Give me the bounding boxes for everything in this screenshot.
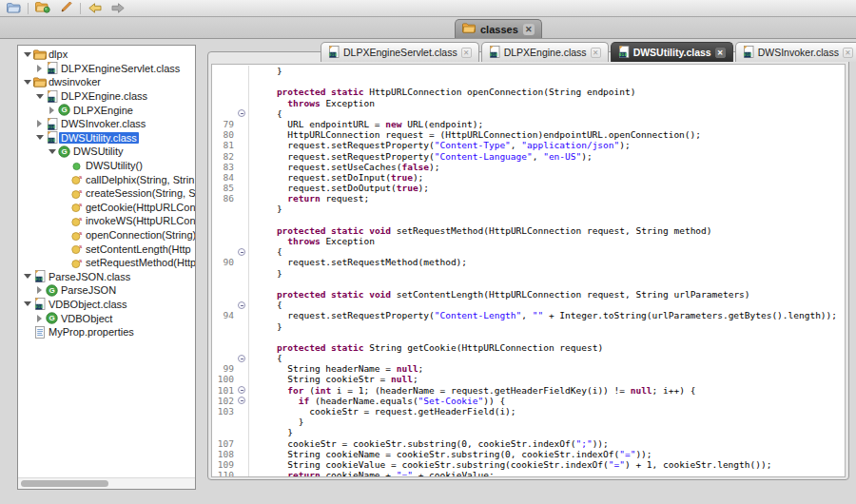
code-text: if (headerName.equals("Set-Cookie")) { [255,396,505,406]
tree-item-label: DWSUtility() [84,160,145,171]
tree-item-dwsutility[interactable]: GDWSUtility [18,145,195,159]
open-file-button[interactable] [5,1,22,15]
fold-column [237,342,249,353]
view-tab-label: classes [480,24,518,35]
svg-text:s: s [79,174,83,180]
fold-column [237,459,249,470]
fold-column [237,438,249,449]
tree-item-dlpxengine[interactable]: GDLPXEngine [18,103,195,117]
paste-source-icon [59,0,72,17]
tree-item-dwsinvoker-class[interactable]: 010DWSInvoker.class [18,117,195,131]
code-line: } [212,417,845,427]
fold-collapse-icon[interactable] [238,109,245,117]
expander-open-icon[interactable] [22,80,32,85]
tree-scrollbar-thumb[interactable] [21,480,108,487]
editor-tab-dwsutility-class[interactable]: 010DWSUtility.class✕ [611,42,733,62]
fold-column [237,321,249,332]
expander-closed-icon[interactable] [34,315,45,322]
code-line: protected static String getCookie(HttpUR… [212,342,845,353]
open-archive-button[interactable] [34,1,51,15]
class-file-icon: 010 [618,46,630,60]
expander-closed-icon[interactable] [34,65,45,72]
fold-column [237,215,249,225]
fold-column [237,427,249,437]
line-number [212,236,237,246]
fold-column [237,396,249,406]
tab-close-icon[interactable]: ✕ [591,48,601,58]
tree-item-createsession-string-st[interactable]: screateSession(String, St [18,186,195,201]
expander-open-icon[interactable] [47,149,57,154]
tree-item-label: ParseJSON [59,284,118,296]
tab-close-icon[interactable]: ✕ [461,48,472,58]
code-line: throws Exception [212,98,845,108]
tree-item-getcookie-httpurlcon[interactable]: sgetCookie(HttpURLCon [18,201,195,215]
tree-panel: dlpx010DLPXEngineServlet.classdwsinvoker… [17,45,196,490]
fold-column [237,417,249,427]
fold-collapse-icon[interactable] [238,397,245,404]
fold-column [237,225,249,236]
folder-icon [32,77,47,87]
tree-item-dlpxengine-class[interactable]: 010DLPXEngine.class [18,89,195,104]
tree-item-invokews-httpurlconn[interactable]: sinvokeWS(HttpURLConn [18,214,195,228]
expander-open-icon[interactable] [22,52,32,57]
code-line: protected static HttpURLConnection openC… [212,87,845,97]
line-number: 101 [212,385,237,396]
fold-collapse-icon[interactable] [238,386,245,394]
tree-item-dwsinvoker[interactable]: dwsinvoker [18,75,195,89]
tree-item-parsejson-class[interactable]: 010ParseJSON.class [18,270,195,284]
expander-open-icon[interactable] [34,94,45,99]
tree-item-myprop-properties[interactable]: MyProp.properties [18,325,195,339]
tab-close-icon[interactable]: ✕ [715,48,726,58]
paste-source-button[interactable] [57,1,74,15]
editor-tab-dwsinvoker-class[interactable]: 010DWSInvoker.class✕ [735,42,856,62]
tree-rows: dlpx010DLPXEngineServlet.classdwsinvoker… [18,48,195,477]
tab-close-icon[interactable]: ✕ [843,48,853,58]
tree-horizontal-scrollbar[interactable] [18,477,195,489]
tree-item-calldelphix-string-strin[interactable]: scallDelphix(String, Strin [18,172,195,186]
code-line: 107 cookieStr = cookieStr.substring(0, c… [212,438,845,449]
tree-item-setrequestmethod-http[interactable]: ssetRequestMethod(Http [18,256,195,270]
line-number: 94 [212,310,237,320]
back-button[interactable] [87,1,104,15]
expander-open-icon[interactable] [22,301,32,306]
fold-collapse-icon[interactable] [238,248,245,256]
svg-text:010: 010 [744,52,752,57]
tree-item-vdbobject-class[interactable]: 010VDBObject.class [18,298,195,312]
code-line: 103 cookieStr = request.getHeaderField(i… [212,406,845,417]
svg-text:G: G [61,147,67,156]
code-text: } [255,204,282,214]
tree-item-openconnection-string[interactable]: sopenConnection(String) [18,228,195,242]
tree-item-dwsutility-class[interactable]: 010DWSUtility.class [18,131,195,145]
tree-item-parsejson[interactable]: GParseJSON [18,283,195,298]
expander-closed-icon[interactable] [34,120,45,127]
tree-item-vdbobject[interactable]: GVDBObject [18,311,195,325]
fold-collapse-icon[interactable] [238,301,245,309]
fold-column [237,193,249,204]
editor-tab-dlpxengineservlet-class[interactable]: 010DLPXEngineServlet.class✕ [321,42,479,62]
tree-item-dlpxengineservlet-class[interactable]: 010DLPXEngineServlet.class [18,62,195,76]
fold-column [237,162,249,172]
line-number [212,225,237,236]
code-editor[interactable]: } protected static HttpURLConnection ope… [211,64,846,477]
expander-open-icon[interactable] [22,274,32,279]
editor-tab-dlpxengine-class[interactable]: 010DLPXEngine.class✕ [481,42,609,62]
fold-collapse-icon[interactable] [238,355,245,362]
expander-closed-icon[interactable] [34,286,45,294]
fold-column [237,279,249,289]
svg-text:010: 010 [34,305,43,310]
svg-text:010: 010 [47,139,55,144]
line-number [212,279,237,289]
svg-text:s: s [79,188,83,194]
tree-item-setcontentlength-http[interactable]: ssetContentLength(Http [18,242,195,256]
code-text: for (int i = 1; (headerName = request.ge… [255,385,695,396]
fold-column [237,204,249,214]
view-tab-close-icon[interactable]: ✕ [523,24,535,35]
tree-item-dwsutility[interactable]: DWSUtility() [18,159,195,173]
tree-item-dlpx[interactable]: dlpx [18,48,195,62]
forward-button[interactable] [109,1,126,15]
expander-closed-icon[interactable] [47,107,57,114]
tree-item-label: getCookie(HttpURLCon [84,202,195,213]
expander-open-icon[interactable] [34,135,45,140]
view-tab-classes[interactable]: classes ✕ [455,19,542,38]
fold-column [237,374,249,384]
